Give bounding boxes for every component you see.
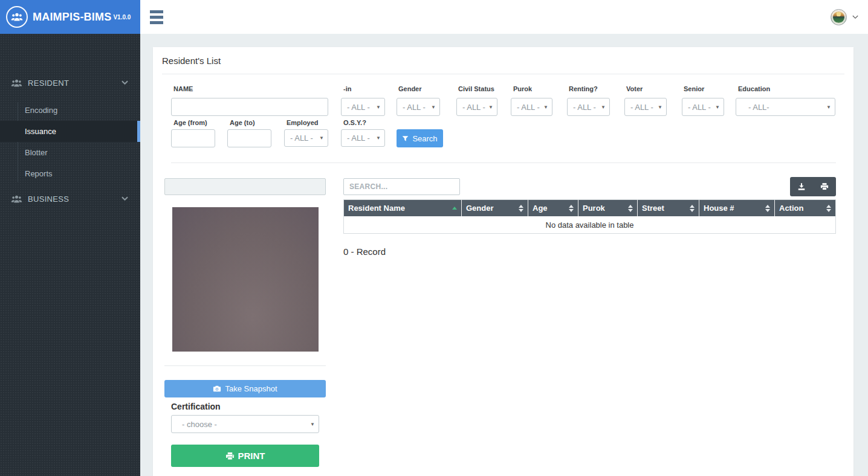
column-header-action[interactable]: Action (774, 200, 835, 216)
divider (164, 365, 326, 366)
divider (162, 74, 844, 74)
residents-table: Resident Name Gender Age Purok Street (343, 199, 836, 234)
caret-down-icon: ▼ (487, 105, 497, 110)
caret-down-icon: ▼ (430, 105, 439, 110)
caret-down-icon: ▼ (600, 105, 609, 110)
voter-label: Voter (626, 85, 643, 92)
age-from-label: Age (from) (173, 119, 207, 126)
sidebar-item-resident[interactable]: RESIDENT (0, 72, 140, 94)
sort-icon (690, 205, 695, 212)
certification-select[interactable]: - choose - ▼ (171, 415, 319, 433)
take-snapshot-button[interactable]: Take Snapshot (164, 380, 326, 397)
column-header-street[interactable]: Street (637, 200, 699, 216)
printer-icon (225, 452, 235, 460)
divider (171, 162, 836, 163)
printer-icon (820, 182, 829, 191)
purok-select[interactable]: - ALL -▼ (511, 98, 552, 116)
print-table-button[interactable] (813, 177, 836, 196)
employed-select[interactable]: - ALL -▼ (284, 129, 328, 147)
education-select[interactable]: - ALL-▼ (736, 98, 835, 116)
table-search-input[interactable] (343, 178, 460, 195)
sidebar-item-blotter[interactable]: Blotter (0, 142, 140, 163)
sidebar-item-encoding[interactable]: Encoding (0, 100, 140, 121)
brand-version: V1.0.0 (113, 14, 131, 21)
topbar (140, 0, 868, 34)
column-header-age[interactable]: Age (528, 200, 578, 216)
column-header-purok[interactable]: Purok (578, 200, 637, 216)
brand-name: MAIMPIS-BIMS (33, 11, 111, 24)
column-header-house[interactable]: House # (699, 200, 774, 216)
caret-down-icon: ▼ (656, 105, 666, 110)
camera-icon (213, 385, 221, 392)
hamburger-menu-icon[interactable] (150, 10, 163, 27)
age-to-label: Age (to) (230, 119, 255, 126)
chevron-down-icon (121, 196, 128, 201)
senior-label: Senior (684, 85, 704, 92)
osy-label: O.S.Y.? (343, 119, 366, 126)
name-input[interactable] (171, 98, 328, 116)
sort-icon (826, 205, 831, 212)
osy-select[interactable]: - ALL -▼ (341, 129, 385, 147)
gender-label: Gender (398, 85, 422, 92)
column-header-resident-name[interactable]: Resident Name (344, 200, 461, 216)
sidebar-item-reports[interactable]: Reports (0, 163, 140, 184)
in-select[interactable]: - ALL -▼ (341, 98, 385, 116)
education-label: Education (738, 85, 770, 92)
chevron-down-icon (852, 15, 858, 19)
senior-select[interactable]: - ALL -▼ (682, 98, 724, 116)
people-icon (6, 6, 28, 28)
brand-logo[interactable]: MAIMPIS-BIMS V1.0.0 (0, 0, 140, 34)
sort-icon (519, 205, 523, 212)
renting-label: Renting? (569, 85, 598, 92)
caret-down-icon: ▼ (542, 105, 552, 110)
sidebar-item-issuance[interactable]: Issuance (0, 121, 140, 142)
table-header-row: Resident Name Gender Age Purok Street (344, 200, 835, 216)
voter-select[interactable]: - ALL -▼ (624, 98, 667, 116)
content-area: Resident's List NAME -in Gender Civil St… (140, 34, 868, 476)
search-button[interactable]: Search (397, 129, 443, 147)
caret-down-icon: ▼ (309, 422, 319, 427)
caret-down-icon: ▼ (375, 135, 384, 141)
people-icon (11, 79, 22, 87)
resident-name-display (164, 178, 326, 195)
sidebar: RESIDENT Encoding Issuance Blotter Repor… (0, 34, 140, 476)
people-icon (11, 195, 22, 203)
civil-status-select[interactable]: - ALL -▼ (456, 98, 497, 116)
sidebar-item-business[interactable]: BUSINESS (0, 188, 140, 210)
user-menu[interactable] (831, 0, 858, 34)
chevron-down-icon (121, 80, 128, 85)
residents-list-card: Resident's List NAME -in Gender Civil St… (153, 47, 853, 476)
sidebar-business-label: BUSINESS (28, 195, 69, 204)
print-button[interactable]: PRINT (171, 445, 319, 467)
caret-down-icon: ▼ (318, 135, 328, 141)
sort-icon (765, 205, 770, 212)
caret-down-icon: ▼ (825, 105, 835, 110)
sort-icon (628, 205, 633, 212)
renting-select[interactable]: - ALL -▼ (567, 98, 610, 116)
in-label: -in (343, 85, 351, 92)
sidebar-resident-label: RESIDENT (28, 79, 69, 88)
name-label: NAME (173, 85, 193, 92)
age-from-input[interactable] (171, 129, 215, 147)
filter-icon (402, 135, 409, 142)
sort-asc-icon (452, 207, 457, 210)
avatar (831, 9, 847, 25)
age-to-input[interactable] (227, 129, 271, 147)
column-header-gender[interactable]: Gender (461, 200, 528, 216)
resident-submenu: Encoding Issuance Blotter Reports (0, 100, 140, 184)
download-button[interactable] (790, 177, 813, 196)
sort-icon (569, 205, 574, 212)
webcam-preview (172, 207, 319, 352)
caret-down-icon: ▼ (375, 105, 384, 110)
certification-label: Certification (171, 402, 221, 411)
employed-label: Employed (287, 119, 319, 126)
civil-status-label: Civil Status (458, 85, 494, 92)
caret-down-icon: ▼ (714, 105, 724, 110)
export-buttons (790, 177, 836, 196)
page-title: Resident's List (162, 56, 221, 66)
purok-label: Purok (513, 85, 532, 92)
gender-select[interactable]: - ALL -▼ (397, 98, 440, 116)
table-empty-row: No data available in table (344, 216, 835, 233)
download-icon (797, 182, 806, 191)
record-count: 0 - Record (343, 246, 386, 257)
